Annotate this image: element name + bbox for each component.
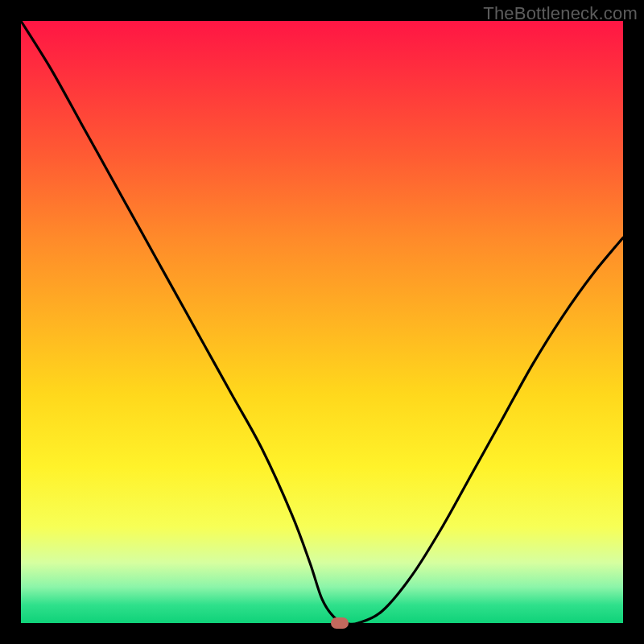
bottleneck-curve [21,21,623,623]
watermark-text: TheBottleneck.com [483,3,638,24]
minimum-marker [331,617,349,629]
plot-area [21,21,623,623]
chart-frame: TheBottleneck.com [0,0,644,644]
